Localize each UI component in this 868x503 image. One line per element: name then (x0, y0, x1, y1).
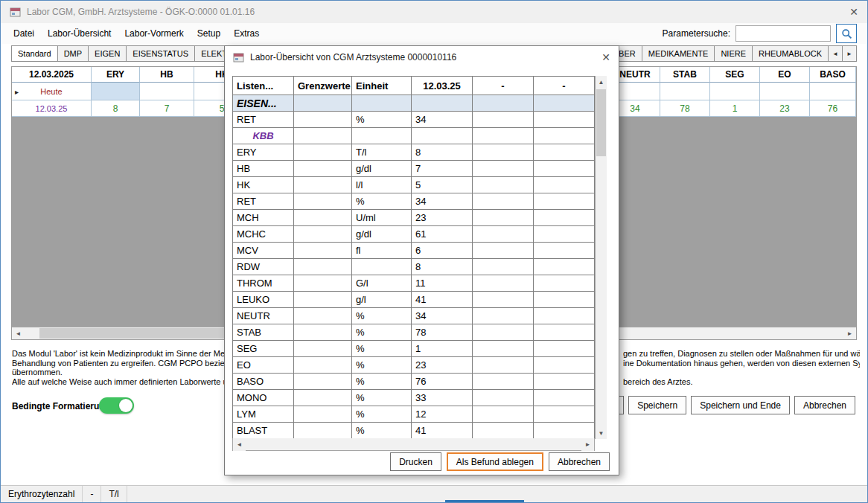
grid-cell[interactable]: 23 (760, 100, 810, 117)
dialog-row[interactable]: THROMG/l11 (233, 275, 595, 292)
dialog-cell-einheit: g/dl (352, 161, 412, 177)
dialog-cell-grenzwerte (294, 423, 352, 439)
grid-cell[interactable] (92, 83, 140, 100)
tab-standard[interactable]: Standard (11, 45, 58, 62)
dialog-row[interactable]: MCHU/ml23 (233, 210, 595, 226)
dialog-scroll-down-icon[interactable]: ▼ (596, 427, 607, 439)
dialog-col-einheit: Einheit (352, 77, 412, 95)
dialog-row[interactable]: MCVfl6 (233, 243, 595, 259)
dialog-cell-date: 7 (412, 161, 473, 177)
dialog-row[interactable]: BLAST%41 (233, 423, 595, 439)
grid-cell[interactable] (660, 83, 710, 100)
dialog-cell-listen: KBB (233, 128, 294, 144)
button-speichern[interactable]: Speichern (628, 396, 686, 414)
dialog-cell-date (412, 95, 473, 112)
dialog-row[interactable]: SEG%1 (233, 341, 595, 357)
dialog-row[interactable]: MONO%33 (233, 390, 595, 406)
grid-cell[interactable]: 76 (810, 100, 856, 117)
grid-row-label[interactable]: ▸Heute (12, 83, 92, 100)
dialog-vscroll-thumb[interactable] (596, 89, 606, 156)
disclaimer-left: Das Modul 'Labor' ist kein Medizinproduk… (12, 349, 226, 386)
grid-cell[interactable] (710, 83, 760, 100)
grid-cell[interactable]: 1 (710, 100, 760, 117)
menu-item-datei[interactable]: Datei (7, 25, 41, 42)
menu-item-setup[interactable]: Setup (191, 25, 227, 42)
grid-scroll-right-icon[interactable]: ► (843, 327, 856, 340)
grid-cell[interactable] (140, 83, 194, 100)
dialog-cell-dash1 (473, 128, 534, 144)
dialog-cell-dash1 (473, 275, 534, 292)
dialog-button-drucken[interactable]: Drucken (390, 452, 441, 471)
dialog-vscrollbar[interactable]: ▲ ▼ (595, 76, 607, 439)
dialog-row[interactable]: EISEN... (233, 95, 595, 112)
dialog-col-dash1: - (473, 77, 534, 95)
tab-scroll-left-icon[interactable]: ◄ (829, 45, 843, 62)
dialog-scroll-right-icon[interactable]: ► (581, 438, 594, 451)
dialog-cell-einheit: % (352, 324, 412, 341)
dialog-scroll-left-icon[interactable]: ◄ (233, 438, 246, 451)
dialog-row[interactable]: EO%23 (233, 357, 595, 374)
dialog-cell-listen: LYM (233, 406, 294, 423)
window-close-icon[interactable]: ✕ (849, 6, 858, 18)
dialog-cell-date: 1 (412, 341, 473, 357)
dialog-row[interactable]: ERYT/l8 (233, 144, 595, 161)
tab-rheumablock[interactable]: RHEUMABLOCK (753, 45, 829, 62)
grid-scroll-left-icon[interactable]: ◄ (12, 327, 25, 340)
dialog-cell-einheit: % (352, 112, 412, 128)
tab-eisenstatus[interactable]: EISENSTATUS (127, 45, 195, 62)
grid-cell[interactable]: 8 (92, 100, 140, 117)
grid-cell[interactable]: 7 (140, 100, 194, 117)
dialog-hscrollbar[interactable]: ◄ ► (232, 438, 595, 451)
dialog-row[interactable]: NEUTR%34 (233, 308, 595, 324)
dialog-button-als-befund-ablegen[interactable]: Als Befund ablegen (447, 452, 543, 471)
dialog-cell-date: 6 (412, 243, 473, 259)
dialog-row[interactable]: MCHCg/dl61 (233, 226, 595, 243)
tab-dmp[interactable]: DMP (58, 45, 89, 62)
button-abbrechen[interactable]: Abbrechen (794, 396, 855, 414)
dialog-cell-einheit: fl (352, 243, 412, 259)
button-speichern-und-ende[interactable]: Speichern und Ende (691, 396, 790, 414)
menu-item-labor-vormerk[interactable]: Labor-Vormerk (118, 25, 190, 42)
conditional-formatting-label: Bedingte Formatierung: (12, 401, 113, 411)
search-button[interactable] (836, 24, 857, 43)
grid-cell[interactable] (760, 83, 810, 100)
disclaimer-right: gen zu treffen, Diagnosen zu stellen ode… (623, 349, 860, 386)
menu-item-labor-bersicht[interactable]: Labor-Übersicht (41, 25, 118, 42)
dialog-scroll-up-icon[interactable]: ▲ (596, 76, 607, 88)
dialog-row[interactable]: RDW8 (233, 259, 595, 275)
dialog-cell-einheit (352, 259, 412, 275)
tab-eigen[interactable]: EIGEN (89, 45, 127, 62)
dialog-buttons: DruckenAls Befund ablegenAbbrechen (390, 452, 610, 471)
grid-cell[interactable]: 78 (660, 100, 710, 117)
dialog-close-icon[interactable]: ✕ (601, 51, 610, 63)
conditional-formatting-toggle[interactable] (99, 397, 134, 414)
dialog-row[interactable]: LEUKOg/l41 (233, 292, 595, 308)
dialog-button-abbrechen[interactable]: Abbrechen (549, 452, 610, 471)
dialog-vscroll-track[interactable] (596, 88, 607, 427)
menu-item-extras[interactable]: Extras (227, 25, 266, 42)
dialog-cell-dash1 (473, 243, 534, 259)
dialog-hscroll-track[interactable] (246, 438, 581, 450)
parametersuche-input[interactable] (735, 25, 831, 42)
dialog-row[interactable]: RET%34 (233, 193, 595, 210)
dialog-cell-dash2 (534, 292, 595, 308)
dialog-row[interactable]: BASO%76 (233, 374, 595, 390)
dialog-cell-listen: HK (233, 177, 294, 193)
dialog-row[interactable]: HBg/dl7 (233, 161, 595, 177)
dialog-cell-dash1 (473, 406, 534, 423)
tab-medikamente[interactable]: MEDIKAMENTE (642, 45, 715, 62)
dialog-cell-einheit: % (352, 308, 412, 324)
dialog-row[interactable]: HKl/l5 (233, 177, 595, 193)
dialog-row[interactable]: RET%34 (233, 112, 595, 128)
grid-cell[interactable] (810, 83, 856, 100)
tab-niere[interactable]: NIERE (715, 45, 753, 62)
tab-scroll-right-icon[interactable]: ► (843, 45, 857, 62)
disclaimer-line: Das Modul 'Labor' ist kein Medizinproduk… (12, 349, 226, 359)
dialog-cell-date: 12 (412, 406, 473, 423)
grid-row-label[interactable]: 12.03.25 (12, 100, 92, 117)
dialog-row[interactable]: KBB (233, 128, 595, 144)
dialog-row[interactable]: STAB%78 (233, 324, 595, 341)
dialog-row[interactable]: LYM%12 (233, 406, 595, 423)
dialog-cell-einheit: % (352, 390, 412, 406)
statusbar: Erythrozytenzahl-T/l (1, 485, 867, 502)
